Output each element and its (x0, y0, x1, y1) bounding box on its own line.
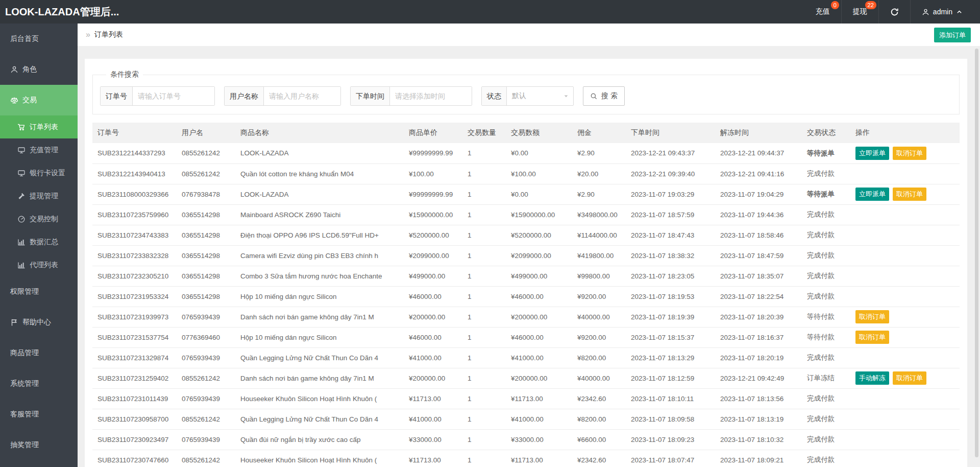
amount-cell: ¥46000.00 (506, 286, 572, 307)
user-cell: 0365514298 (177, 266, 235, 286)
order-no-cell: SUB23122144337293 (92, 143, 177, 164)
order-time-field-group: 下单时间 (350, 86, 472, 106)
commission-cell: ¥9200.00 (572, 327, 626, 347)
amount-cell: ¥41000.00 (506, 347, 572, 368)
order-time-label: 下单时间 (351, 87, 390, 105)
chart-icon (17, 261, 26, 269)
sidebar-item-label: 客服管理 (10, 410, 39, 419)
refresh-button[interactable] (878, 0, 910, 24)
breadcrumb: » 订单列表 (86, 24, 123, 46)
sidebar-item-充值管理[interactable]: 充值管理 (0, 138, 78, 161)
qty-cell: 1 (462, 409, 506, 429)
qty-cell: 1 (462, 347, 506, 368)
table-row: SUB231221439404130855261242Quần lót cott… (92, 164, 960, 184)
sidebar-item-订单列表[interactable]: 订单列表 (0, 115, 78, 138)
price-cell: ¥41000.00 (404, 347, 462, 368)
qty-cell: 1 (462, 245, 506, 266)
vertical-scrollbar-thumb[interactable] (975, 49, 978, 457)
sidebar-item-label: 银行卡设置 (30, 169, 65, 178)
withdraw-menu-item[interactable]: 提现 22 (841, 0, 878, 24)
unfreeze-time-cell: 2023-12-21 09:42:49 (715, 368, 802, 388)
commission-cell: ¥40000.00 (572, 307, 626, 327)
sidebar-item-提现管理[interactable]: 提现管理 (0, 184, 78, 207)
unfreeze-time-cell: 2023-11-07 18:09:21 (715, 450, 802, 467)
table-row: SUB2311072319533240365514298Hộp 10 miếng… (92, 286, 960, 307)
order-no-cell: SUB231107230747660 (92, 450, 177, 467)
user-name-field-group: 用户名称 (224, 86, 341, 106)
sidebar-item-交易[interactable]: 交易 (0, 85, 78, 115)
order-time-cell: 2023-11-07 18:19:39 (626, 307, 715, 327)
price-cell: ¥99999999.99 (404, 143, 462, 164)
actions-cell (850, 388, 960, 409)
column-header: 解冻时间 (715, 123, 802, 143)
qty-cell: 1 (462, 429, 506, 450)
sidebar-item-后台首页[interactable]: 后台首页 (0, 24, 78, 54)
cancel-order-button[interactable]: 取消订单 (893, 188, 926, 201)
order-time-cell: 2023-11-07 18:57:59 (626, 204, 715, 225)
amount-cell: ¥0.00 (506, 184, 572, 204)
product-cell: Quần Legging Lửng Nữ Chất Thun Co Dãn 4 (235, 347, 404, 368)
commission-cell: ¥6600.00 (572, 429, 626, 450)
sidebar-item-系统管理[interactable]: 系统管理 (0, 368, 78, 399)
table-row: SUB231221443372930855261242LOOK-LAZADA¥9… (92, 143, 960, 164)
commission-cell: ¥2342.60 (572, 450, 626, 467)
orders-table: 订单号用户名商品名称商品单价交易数量交易数额佣金下单时间解冻时间交易状态操作 S… (92, 123, 960, 467)
cancel-order-button[interactable]: 取消订单 (893, 371, 926, 385)
cancel-order-button[interactable]: 取消订单 (855, 331, 889, 344)
sidebar-item-交易控制[interactable]: 交易控制 (0, 207, 78, 230)
sidebar-item-商品管理[interactable]: 商品管理 (0, 338, 78, 368)
order-no-input[interactable] (133, 87, 214, 105)
cancel-order-button[interactable]: 取消订单 (855, 310, 889, 323)
sidebar-item-数据汇总[interactable]: 数据汇总 (0, 230, 78, 253)
status-cell: 完成付款 (802, 245, 850, 266)
commission-cell: ¥2.90 (572, 143, 626, 164)
order-no-cell: SUB231107233832328 (92, 245, 177, 266)
cart-icon (17, 123, 26, 131)
page-title: 订单列表 (94, 30, 123, 39)
price-cell: ¥11713.00 (404, 450, 462, 467)
admin-user-menu[interactable]: admin (910, 0, 974, 24)
add-order-button[interactable]: 添加订单 (934, 28, 971, 42)
unfreeze-time-cell: 2023-11-07 18:35:07 (715, 266, 802, 286)
sidebar-item-权限管理[interactable]: 权限管理 (0, 276, 78, 307)
dispatch-now-button[interactable]: 立即派单 (855, 147, 889, 160)
order-time-input[interactable] (390, 87, 472, 105)
user-cell: 0765939439 (177, 347, 235, 368)
qty-cell: 1 (462, 225, 506, 245)
price-cell: ¥46000.00 (404, 327, 462, 347)
search-button[interactable]: 搜 索 (583, 86, 625, 106)
sidebar-item-帮助中心[interactable]: 帮助中心 (0, 307, 78, 338)
price-cell: ¥41000.00 (404, 409, 462, 429)
order-time-cell: 2023-11-07 18:09:23 (626, 429, 715, 450)
search-legend: 条件搜索 (106, 70, 143, 79)
amount-cell: ¥0.00 (506, 143, 572, 164)
user-cell: 0855261242 (177, 409, 235, 429)
cancel-order-button[interactable]: 取消订单 (893, 147, 926, 160)
sidebar-item-label: 订单列表 (30, 123, 58, 132)
sidebar-item-银行卡设置[interactable]: 银行卡设置 (0, 161, 78, 184)
qty-cell: 1 (462, 450, 506, 467)
monitor-icon (17, 169, 26, 177)
status-select[interactable]: 默认 (507, 87, 573, 105)
sidebar-menu: 后台首页角色交易订单列表充值管理银行卡设置提现管理交易控制数据汇总代理列表权限管… (0, 24, 78, 460)
manual-unfreeze-button[interactable]: 手动解冻 (855, 371, 889, 385)
sidebar-item-label: 帮助中心 (22, 318, 51, 327)
status-cell: 完成付款 (802, 388, 850, 409)
order-no-cell: SUB231107231939973 (92, 307, 177, 327)
order-no-field-group: 订单号 (100, 86, 215, 106)
order-no-cell: SUB231107231953324 (92, 286, 177, 307)
user-name-input[interactable] (264, 87, 340, 105)
order-no-cell: SUB23122143940413 (92, 164, 177, 184)
sidebar-item-抽奖管理[interactable]: 抽奖管理 (0, 430, 78, 460)
actions-cell: 取消订单 (850, 327, 960, 347)
recharge-menu-item[interactable]: 充值 0 (804, 0, 841, 24)
amount-cell: ¥2099000.00 (506, 245, 572, 266)
sidebar-item-代理列表[interactable]: 代理列表 (0, 253, 78, 276)
sidebar-item-客服管理[interactable]: 客服管理 (0, 399, 78, 430)
dispatch-now-button[interactable]: 立即派单 (855, 188, 889, 201)
order-no-cell: SUB231107235759960 (92, 204, 177, 225)
sidebar-item-角色[interactable]: 角色 (0, 54, 78, 85)
column-header: 交易数量 (462, 123, 506, 143)
commission-cell: ¥20.00 (572, 164, 626, 184)
qty-cell: 1 (462, 266, 506, 286)
